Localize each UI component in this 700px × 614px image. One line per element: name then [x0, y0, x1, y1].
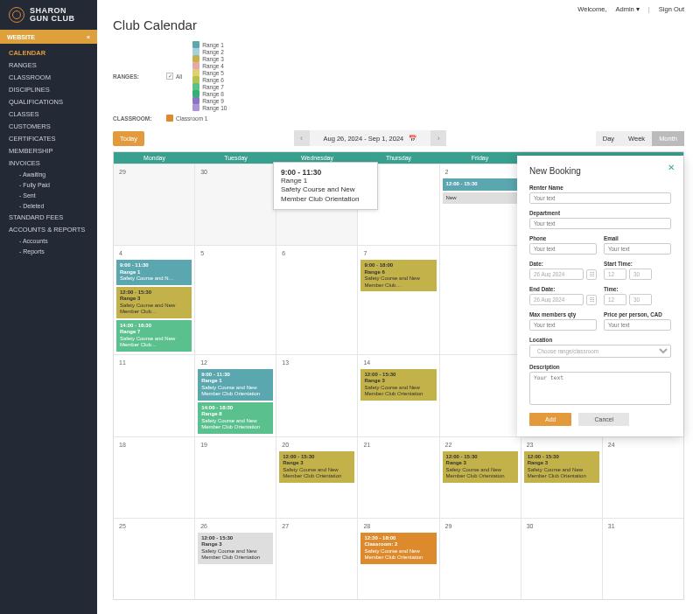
- sidebar-collapse[interactable]: WEBSITE «: [0, 30, 97, 44]
- day-cell[interactable]: 49:00 - 11:30Range 1Safety Course and N……: [114, 246, 195, 354]
- day-cell[interactable]: 30: [522, 519, 603, 599]
- nav-sub[interactable]: - Awaiting: [9, 171, 88, 178]
- filter-range[interactable]: Range 2: [192, 48, 227, 55]
- view-day[interactable]: Day: [596, 131, 621, 146]
- calendar-event[interactable]: 12:00 - 15:30Range 3Safety Course and Ne…: [360, 369, 436, 401]
- day-cell[interactable]: 29: [114, 164, 195, 245]
- day-cell[interactable]: 25: [114, 519, 195, 599]
- calendar-event[interactable]: 9:00 - 11:30Range 1Safety Course and N…: [116, 260, 192, 285]
- day-cell[interactable]: 129:00 - 11:30Range 1Safety Course and N…: [195, 355, 276, 436]
- calendar-event[interactable]: 9:00 - 18:00Range 6Safety Course and New…: [360, 260, 436, 291]
- phone-input[interactable]: [529, 243, 597, 255]
- close-icon[interactable]: ✕: [668, 163, 675, 172]
- next-button[interactable]: ›: [430, 130, 446, 146]
- calendar-event[interactable]: 12:00 - 15:30Range 3Safety Course and Ne…: [443, 451, 518, 483]
- calendar-event[interactable]: 14:00 - 18:30Range 8Safety Course and Ne…: [198, 402, 273, 434]
- prev-button[interactable]: ‹: [294, 130, 310, 146]
- signout-link[interactable]: Sign Out: [659, 5, 684, 13]
- day-cell[interactable]: 29: [440, 519, 522, 599]
- end-date-input[interactable]: [529, 294, 584, 305]
- calendar-icon[interactable]: ☷: [586, 295, 597, 305]
- user-menu[interactable]: Admin ▾: [616, 5, 640, 13]
- day-cell[interactable]: 11: [114, 355, 195, 436]
- renter-name-input[interactable]: [529, 192, 671, 204]
- nav-classroom[interactable]: CLASSROOM: [9, 73, 88, 81]
- today-button[interactable]: Today: [113, 131, 144, 146]
- nav-customers[interactable]: CUSTOMERS: [9, 122, 88, 130]
- nav-qualifications[interactable]: QUALIFICATIONS: [9, 98, 88, 106]
- calendar-event[interactable]: 12:00 - 15:30: [443, 178, 518, 191]
- day-cell[interactable]: 2812:30 - 18:00Classroom: 2Safety Course…: [358, 519, 439, 599]
- filter-range[interactable]: Range 1: [192, 41, 227, 48]
- nav-sub[interactable]: - Deleted: [9, 203, 88, 209]
- day-cell[interactable]: 5: [195, 246, 276, 354]
- cancel-button[interactable]: Cancel: [578, 413, 629, 426]
- calendar-event[interactable]: 9:00 - 11:30Range 1Safety Course and New…: [198, 369, 273, 401]
- calendar-event[interactable]: 12:00 - 15:30Range 3Safety Course and Ne…: [524, 451, 599, 483]
- nav-sub[interactable]: - Fully Paid: [9, 182, 88, 188]
- day-cell[interactable]: 2312:00 - 15:30Range 3Safety Course and …: [522, 437, 603, 518]
- day-cell[interactable]: 18: [114, 437, 195, 518]
- calendar-event[interactable]: 14:00 - 16:30Range 7Safety Course and Ne…: [116, 320, 192, 352]
- nav-sub[interactable]: - Sent: [9, 192, 88, 199]
- nav-invoices[interactable]: INVOICES: [9, 159, 88, 167]
- day-cell[interactable]: 21: [358, 437, 439, 518]
- nav-ranges[interactable]: RANGES: [9, 61, 88, 69]
- day-cell[interactable]: 1412:00 - 15:30Range 3Safety Course and …: [358, 355, 439, 436]
- nav-calendar[interactable]: CALENDAR: [9, 49, 88, 57]
- filter-range[interactable]: Range 4: [192, 62, 227, 69]
- filter-classroom[interactable]: Classroom 1: [166, 115, 207, 122]
- filter-range[interactable]: Range 7: [192, 83, 227, 90]
- day-cell[interactable]: 79:00 - 18:00Range 6Safety Course and Ne…: [358, 246, 439, 354]
- day-cell[interactable]: 24: [603, 437, 683, 518]
- add-button[interactable]: Add: [529, 413, 571, 426]
- filter-range[interactable]: Range 5: [192, 69, 227, 76]
- filter-range[interactable]: Range 8: [192, 90, 227, 97]
- view-month[interactable]: Month: [652, 131, 684, 146]
- filter-range[interactable]: Range 6: [192, 76, 227, 83]
- day-cell[interactable]: 2612:00 - 15:30Range 3Safety Course and …: [195, 519, 276, 599]
- nav-sub[interactable]: - Accounts: [9, 238, 88, 244]
- day-cell[interactable]: 19: [195, 437, 276, 518]
- filter-range[interactable]: Range 10: [192, 104, 227, 111]
- calendar-event[interactable]: 12:00 - 15:30Range 3Safety Course and Ne…: [116, 287, 192, 318]
- start-hour-input[interactable]: [604, 269, 626, 280]
- day-cell[interactable]: 30: [195, 164, 276, 245]
- calendar-icon[interactable]: ☷: [586, 269, 597, 280]
- nav-accounts-reports[interactable]: ACCOUNTS & REPORTS: [9, 226, 88, 234]
- nav-disciplines[interactable]: DISCIPLINES: [9, 86, 88, 94]
- day-cell[interactable]: 31: [603, 519, 683, 599]
- calendar-event[interactable]: New: [443, 192, 518, 205]
- calendar-event[interactable]: 12:00 - 15:30Range 3Safety Course and Ne…: [198, 533, 273, 564]
- email-input[interactable]: [604, 243, 671, 255]
- nav-standard-fees[interactable]: STANDARD FEES: [9, 213, 88, 221]
- description-input[interactable]: [529, 372, 671, 405]
- view-week[interactable]: Week: [621, 131, 652, 146]
- location-select[interactable]: Choose range/classroom: [529, 345, 671, 358]
- nav-membership[interactable]: MEMBERSHIP: [9, 147, 88, 155]
- filter-all[interactable]: ✓All: [166, 73, 182, 80]
- department-input[interactable]: [529, 218, 671, 229]
- day-cell[interactable]: 6: [276, 246, 358, 354]
- date-range-label[interactable]: Aug 26, 2024 - Sep 1, 2024 📅: [310, 130, 431, 146]
- day-cell[interactable]: 13: [276, 355, 358, 436]
- day-cell[interactable]: 2212:00 - 15:30Range 3Safety Course and …: [440, 437, 522, 518]
- end-hour-input[interactable]: [604, 294, 626, 305]
- day-cell[interactable]: [440, 355, 522, 436]
- date-input[interactable]: [529, 269, 584, 280]
- end-min-input[interactable]: [629, 294, 652, 305]
- nav-classes[interactable]: CLASSES: [9, 110, 88, 118]
- day-cell[interactable]: 2012:00 - 15:30Range 3Safety Course and …: [276, 437, 358, 518]
- day-cell[interactable]: [440, 246, 522, 354]
- max-members-input[interactable]: [529, 319, 597, 331]
- nav-sub[interactable]: - Reports: [9, 248, 88, 255]
- calendar-event[interactable]: 12:00 - 15:30Range 3Safety Course and Ne…: [279, 451, 354, 483]
- price-input[interactable]: [604, 319, 671, 331]
- start-min-input[interactable]: [629, 269, 652, 280]
- filter-range[interactable]: Range 3: [192, 55, 227, 62]
- day-cell[interactable]: 212:00 - 15:30New: [440, 164, 522, 245]
- calendar-event[interactable]: 12:30 - 18:00Classroom: 2Safety Course a…: [360, 533, 436, 564]
- day-cell[interactable]: 27: [276, 519, 358, 599]
- nav-certificates[interactable]: CERTIFICATES: [9, 135, 88, 143]
- filter-range[interactable]: Range 9: [192, 97, 227, 104]
